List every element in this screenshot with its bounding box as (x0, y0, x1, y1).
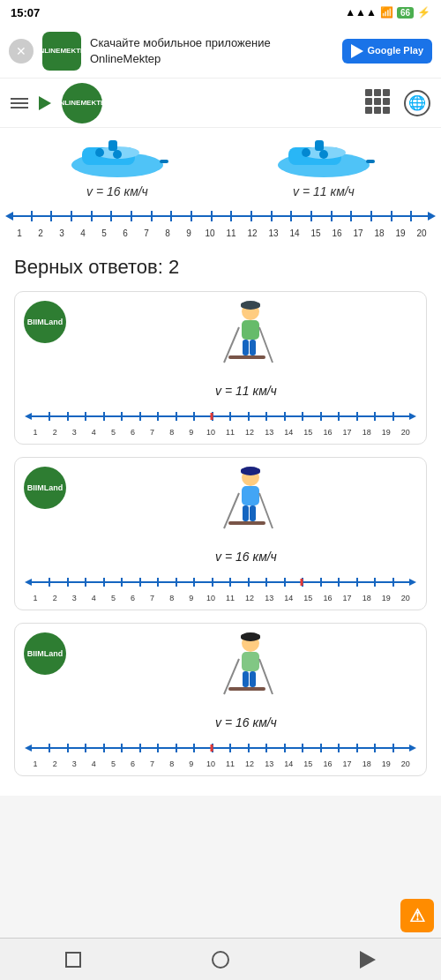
card-nl-marker (210, 413, 213, 421)
ad-close-button[interactable]: ✕ (9, 39, 34, 64)
ad-logo: ONLINE MEKTEP (42, 32, 81, 71)
card-nl-num-14: 14 (279, 428, 298, 437)
skier-svg (211, 301, 281, 380)
card-nl-num-11: 11 (220, 428, 240, 437)
home-button[interactable] (203, 942, 238, 977)
nl-number-5: 5 (93, 228, 115, 238)
bottom-nav (0, 938, 441, 980)
card-nl-num-8: 8 (162, 594, 182, 602)
top-number-line: (function(){ const line = document.query… (11, 206, 430, 227)
boat-1-label: v = 16 км/ч (86, 184, 148, 198)
card-nl-num-2: 2 (45, 594, 64, 602)
card-nl-numbers: 1234567891011121314151617181920 (24, 426, 417, 437)
ad-banner: ✕ ONLINE MEKTEP Скачайте мобильное прило… (0, 25, 441, 79)
bim-badge: BIIM Land (24, 301, 66, 343)
card-nl-num-3: 3 (64, 428, 84, 437)
nl-arrow-left (5, 212, 13, 221)
card-nl (31, 572, 410, 592)
boats-section: v = 16 км/ч v = 11 км/ч (0, 128, 441, 242)
svg-rect-27 (243, 505, 249, 521)
card-nl-num-6: 6 (123, 759, 142, 768)
card-nl-num-4: 4 (84, 594, 103, 602)
card-nl-num-16: 16 (318, 428, 337, 437)
nl-number-17: 17 (348, 228, 369, 238)
card-nl-num-20: 20 (396, 594, 415, 602)
card-nl-num-5: 5 (103, 428, 123, 437)
svg-rect-3 (108, 140, 117, 151)
card-nl-num-2: 2 (45, 428, 64, 437)
nl-line (11, 215, 430, 217)
svg-point-11 (302, 148, 310, 157)
answer-card-1: BIIM Land v = 11 км/ч (14, 291, 427, 445)
status-bar: 15:07 ▲▲▲ 📶 66 ⚡ (0, 0, 441, 25)
card-nl-num-17: 17 (338, 759, 357, 768)
card-figure: v = 16 км/ч (75, 632, 417, 731)
nl-number-2: 2 (30, 228, 51, 238)
card-nl-num-11: 11 (220, 759, 240, 768)
card-velocity: v = 11 км/ч (215, 384, 277, 398)
main-content: v = 16 км/ч v = 11 км/ч (0, 128, 441, 849)
card-nl-num-13: 13 (259, 594, 279, 602)
back-button[interactable] (56, 942, 91, 977)
nl-number-3: 3 (51, 228, 72, 238)
card-nl-num-15: 15 (298, 759, 318, 768)
card-header: BIIM Land v = 11 км/ч (24, 301, 417, 400)
svg-rect-37 (250, 671, 256, 687)
svg-point-4 (95, 148, 104, 157)
bim-badge: BIIM Land (24, 632, 66, 675)
card-nl-num-19: 19 (377, 759, 396, 768)
svg-rect-29 (228, 521, 265, 525)
card-nl-num-20: 20 (396, 759, 415, 768)
svg-rect-18 (243, 340, 249, 355)
answer-card-3: BIIM Land v = 16 км/ч (14, 623, 427, 776)
boats-illustration: v = 16 км/ч v = 11 км/ч (0, 128, 441, 198)
warning-button[interactable]: ⚠ (400, 899, 434, 932)
hamburger-menu[interactable] (11, 98, 28, 108)
boat-2: v = 11 км/ч (271, 137, 377, 198)
grid-icon[interactable] (365, 89, 393, 117)
card-nl-num-10: 10 (201, 594, 220, 602)
nl-number-11: 11 (220, 228, 242, 238)
card-nl-num-1: 1 (26, 428, 45, 437)
svg-rect-13 (366, 160, 375, 163)
nav-bar: ONLINE MEKTEP 🌐 (0, 79, 441, 128)
card-nl-wrap: 1234567891011121314151617181920 (24, 571, 417, 604)
nl-number-6: 6 (115, 228, 136, 238)
answer-cards: BIIM Land v = 11 км/ч (14, 291, 427, 776)
svg-rect-6 (160, 160, 168, 163)
nl-number-15: 15 (305, 228, 326, 238)
top-number-line-wrap: (function(){ const line = document.query… (0, 198, 441, 242)
answer-title: Верных ответов: 2 (14, 256, 427, 279)
card-nl-num-14: 14 (279, 759, 298, 768)
svg-rect-10 (315, 140, 324, 151)
circle-icon (212, 951, 229, 969)
nl-number-19: 19 (390, 228, 411, 238)
svg-rect-19 (250, 340, 256, 355)
card-nl-num-17: 17 (338, 428, 357, 437)
card-velocity: v = 16 км/ч (215, 550, 277, 564)
card-nl-num-12: 12 (240, 594, 259, 602)
answer-section: Верных ответов: 2 BIIM Land (0, 242, 441, 796)
svg-rect-34 (241, 634, 260, 640)
play-icon-nav (39, 96, 51, 110)
svg-rect-36 (243, 671, 249, 687)
card-nl-num-7: 7 (143, 428, 162, 437)
square-icon (65, 952, 81, 968)
boat-1: v = 16 км/ч (64, 137, 170, 198)
google-play-button[interactable]: Google Play (342, 39, 432, 64)
card-nl-num-18: 18 (357, 428, 377, 437)
card-nl-marker (210, 744, 213, 752)
nl-number-1: 1 (9, 228, 30, 238)
globe-icon[interactable]: 🌐 (404, 90, 430, 116)
nl-number-8: 8 (157, 228, 178, 238)
boat-2-label: v = 11 км/ч (293, 184, 355, 198)
wifi-icon: 📶 (380, 6, 393, 19)
svg-point-12 (319, 150, 328, 159)
bim-badge: BIIM Land (24, 467, 66, 509)
google-play-label: Google Play (367, 45, 423, 56)
skier-svg (211, 632, 281, 712)
card-nl-num-7: 7 (143, 594, 162, 602)
back-nav-button[interactable] (350, 942, 385, 977)
signal-icon: ▲▲▲ (345, 6, 377, 19)
triangle-icon (360, 951, 376, 969)
